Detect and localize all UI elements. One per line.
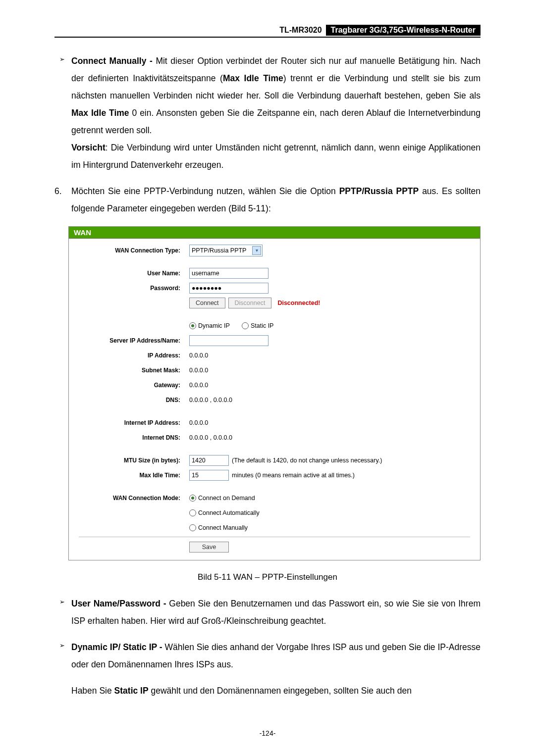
bullet-dynamic-static: ➢ Dynamic IP/ Static IP - Wählen Sie die… xyxy=(59,639,481,673)
bullet-marker: ➢ xyxy=(59,639,71,673)
label-server: Server IP Address/Name: xyxy=(79,337,189,344)
label-mask: Subnet Mask: xyxy=(79,367,189,374)
label-internet-ip: Internet IP Address: xyxy=(79,419,189,426)
value-gateway: 0.0.0.0 xyxy=(189,382,208,389)
select-conn-type[interactable]: PPTP/Russia PPTP ▾ xyxy=(189,245,263,256)
radio-label: Dynamic IP xyxy=(198,322,230,329)
input-idle[interactable] xyxy=(189,470,229,481)
radio-label: Connect Manually xyxy=(198,524,248,531)
bullet-text: 0 ein. Ansonsten geben Sie die Zeitspann… xyxy=(71,108,481,135)
radio-label: Static IP xyxy=(251,322,274,329)
para-text: Haben Sie xyxy=(71,686,114,696)
figure-title: WAN xyxy=(69,227,480,239)
chevron-down-icon: ▾ xyxy=(252,246,261,255)
value-internet-ip: 0.0.0.0 xyxy=(189,419,208,426)
radio-mode-manual[interactable]: Connect Manually xyxy=(189,524,248,531)
radio-dot-icon xyxy=(189,509,196,516)
bullet-title: Connect Manually - xyxy=(71,56,156,66)
radio-dot-icon xyxy=(189,322,196,329)
label-conn-type: WAN Connection Type: xyxy=(79,247,189,254)
page-header: TL-MR3020 Tragbarer 3G/3,75G-Wireless-N-… xyxy=(54,25,481,38)
radio-dot-icon xyxy=(189,524,196,531)
label-ip: IP Address: xyxy=(79,352,189,359)
warning-label: Vorsicht xyxy=(71,143,106,152)
para-bold: Static IP xyxy=(114,686,149,696)
radio-mode-demand[interactable]: Connect on Demand xyxy=(189,495,255,502)
numbered-item-6: 6. Möchten Sie eine PPTP-Verbindung nutz… xyxy=(54,183,481,217)
idle-note: minutes (0 means remain active at all ti… xyxy=(232,472,355,479)
label-username: User Name: xyxy=(79,270,189,277)
bullet-marker: ➢ xyxy=(59,52,71,174)
radio-label: Connect on Demand xyxy=(198,495,255,502)
save-button[interactable]: Save xyxy=(189,542,229,553)
label-internet-dns: Internet DNS: xyxy=(79,434,189,441)
input-mtu[interactable] xyxy=(189,455,229,466)
radio-mode-auto[interactable]: Connect Automatically xyxy=(189,509,260,516)
number-marker: 6. xyxy=(54,183,71,217)
bold-max-idle: Max Idle Time xyxy=(71,108,129,118)
radio-dot-icon xyxy=(242,322,249,329)
header-desc: Tragbarer 3G/3,75G-Wireless-N-Router xyxy=(326,25,481,36)
radio-static-ip[interactable]: Static IP xyxy=(242,322,274,329)
label-mtu: MTU Size (in bytes): xyxy=(79,457,189,464)
radio-label: Connect Automatically xyxy=(198,509,260,516)
status-text: Disconnected! xyxy=(277,300,320,306)
select-value: PPTP/Russia PPTP xyxy=(192,247,250,254)
page-number: -124- xyxy=(54,729,481,737)
header-model: TL-MR3020 xyxy=(275,25,325,36)
bullet-marker: ➢ xyxy=(59,595,71,630)
figure-caption: Bild 5-11 WAN – PPTP-Einstellungen xyxy=(54,572,481,582)
value-dns: 0.0.0.0 , 0.0.0.0 xyxy=(189,397,232,403)
disconnect-button[interactable]: Disconnect xyxy=(228,298,272,308)
input-username[interactable] xyxy=(189,268,268,279)
connect-button[interactable]: Connect xyxy=(189,298,225,308)
bullet-title: User Name/Password - xyxy=(71,599,169,608)
numbered-text: Möchten Sie eine PPTP-Verbindung nutzen,… xyxy=(71,186,339,196)
para-text: gewählt und den Domänennamen eingegeben,… xyxy=(149,686,412,696)
bullet-user-password: ➢ User Name/Password - Geben Sie den Ben… xyxy=(59,595,481,630)
radio-dynamic-ip[interactable]: Dynamic IP xyxy=(189,322,230,329)
mtu-note: (The default is 1420, do not change unle… xyxy=(232,457,382,464)
para-static-ip: Haben Sie Static IP gewählt und den Domä… xyxy=(71,682,481,700)
label-mode: WAN Connection Mode: xyxy=(79,495,189,502)
label-gateway: Gateway: xyxy=(79,382,189,389)
value-mask: 0.0.0.0 xyxy=(189,367,208,374)
label-idle: Max Idle Time: xyxy=(79,472,189,479)
bold-max-idle: Max Idle Time xyxy=(223,73,283,83)
radio-dot-icon xyxy=(189,495,196,502)
warning-text: : Die Verbindung wird unter Umständen ni… xyxy=(71,143,481,170)
value-internet-dns: 0.0.0.0 , 0.0.0.0 xyxy=(189,434,232,441)
input-password[interactable] xyxy=(189,283,268,294)
value-ip: 0.0.0.0 xyxy=(189,352,208,359)
label-password: Password: xyxy=(79,285,189,292)
bullet-title: Dynamic IP/ Static IP - xyxy=(71,642,165,652)
bullet-connect-manually: ➢ Connect Manually - Mit dieser Option v… xyxy=(59,52,481,174)
input-server[interactable] xyxy=(189,335,268,346)
figure-wan-pptp: WAN WAN Connection Type: PPTP/Russia PPT… xyxy=(68,226,481,560)
label-dns: DNS: xyxy=(79,397,189,403)
numbered-bold: PPTP/Russia PPTP xyxy=(339,186,419,196)
